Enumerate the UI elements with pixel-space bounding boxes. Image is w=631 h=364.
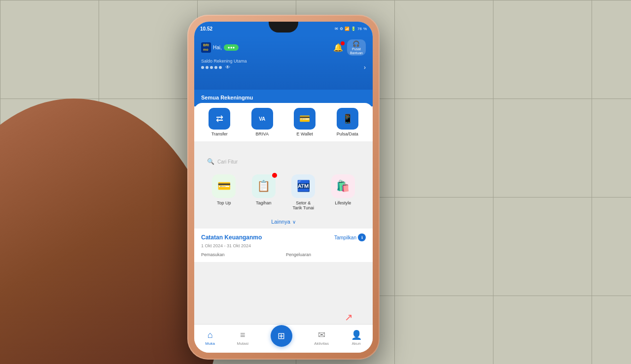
nav-mutasi[interactable]: ≡ Mutasi (237, 330, 248, 346)
ewallet-label: E Wallet (297, 132, 313, 136)
chevron-right-icon[interactable]: › (364, 64, 366, 71)
feature-setor[interactable]: 🏧 Setor &Tarik Tunai (291, 174, 315, 210)
aktivitas-label: Aktivitas (314, 341, 329, 346)
scan-icon: ⊞ (278, 331, 285, 341)
all-accounts-label[interactable]: Semua Rekeningmu (201, 95, 253, 100)
scan-button[interactable]: ⊞ (271, 325, 292, 347)
finance-header: Catatan Keuanganmo Tampilkan ℹ (201, 233, 366, 241)
tampilkan-icon: ℹ (358, 233, 366, 241)
pulsa-icon: 📱 (342, 113, 353, 124)
mutasi-label: Mutasi (237, 341, 248, 346)
action-ewallet[interactable]: 💳 E Wallet (294, 108, 316, 136)
balance-label: Saldo Rekening Utama (201, 59, 366, 64)
battery-symbol: % (363, 27, 367, 31)
nav-home[interactable]: ⌂ Muka (205, 330, 215, 346)
search-placeholder: Cari Fitur (217, 159, 238, 165)
help-label: PusatBantuan (350, 47, 363, 55)
finance-section: Catatan Keuanganmo Tampilkan ℹ 1 Okt 202… (194, 229, 373, 262)
tagihan-icon-wrap: 📋 (252, 174, 276, 198)
battery-percent: 76 (357, 27, 362, 31)
settings-icon: ⚙ (340, 27, 343, 31)
status-time: 10.52 (200, 26, 212, 32)
dot1 (201, 66, 204, 69)
app-header: BRI mo Hai, ●●● 🔔 🎧 PusatBant (194, 35, 373, 90)
nav-aktivitas[interactable]: ✉ Aktivitas (314, 330, 329, 346)
header-right: 🔔 🎧 PusatBantuan (333, 39, 366, 56)
user-badge: ●●● (224, 44, 239, 51)
transfer-icon-box: ⇄ (209, 108, 230, 130)
topup-label: Top Up (217, 200, 231, 205)
finance-row: Pemasukan Pengeluaran (201, 252, 366, 257)
search-bar[interactable]: 🔍 Cari Fitur (201, 154, 366, 169)
tagihan-label: Tagihan (256, 200, 272, 205)
status-icons: ✉ ⚙ 📶 🔋 76 % (335, 27, 367, 31)
home-label: Muka (205, 341, 215, 346)
help-button[interactable]: 🎧 PusatBantuan (347, 39, 366, 56)
eye-icon[interactable]: 👁 (225, 65, 230, 70)
phone-shell: 10.52 ✉ ⚙ 📶 🔋 76 % BRI mo (187, 15, 380, 360)
header-top: BRI mo Hai, ●●● 🔔 🎧 PusatBant (201, 39, 366, 56)
signal-icon: 📶 (345, 27, 350, 31)
ewallet-icon-box: 💳 (294, 108, 316, 130)
tagihan-notif-badge (272, 173, 277, 178)
headset-icon: 🎧 (352, 40, 360, 47)
bri-logo-box: BRI mo (201, 42, 211, 53)
mutasi-icon: ≡ (240, 330, 245, 340)
finance-title-main: Catatan Keuangan (201, 234, 253, 241)
briva-icon-box: VA (251, 108, 273, 130)
finance-pemasukan: Pemasukan (201, 252, 281, 257)
notification-button[interactable]: 🔔 (333, 43, 343, 52)
topup-icon: 💳 (217, 180, 231, 193)
pemasukan-label: Pemasukan (201, 252, 225, 257)
bri-logo: BRI mo Hai, ●●● (201, 42, 239, 53)
akun-label: Akun (352, 341, 361, 346)
lifestyle-icon-wrap: 🛍️ (331, 174, 355, 198)
search-icon: 🔍 (207, 158, 214, 165)
setor-icon: 🏧 (297, 180, 310, 193)
action-transfer[interactable]: ⇄ Transfer (209, 108, 230, 136)
finance-pengeluaran: Pengeluaran (286, 252, 366, 257)
balance-section: Saldo Rekening Utama 👁 (201, 59, 366, 70)
topup-icon-wrap: 💳 (212, 174, 236, 198)
chevron-down-icon: ∨ (292, 219, 296, 225)
transfer-label: Transfer (211, 132, 228, 136)
mo-text: mo (203, 48, 209, 52)
pulsa-label: Pulsa/Data (337, 132, 358, 136)
phone-notch (269, 22, 298, 33)
feature-tagihan[interactable]: 📋 Tagihan (252, 174, 276, 210)
nav-akun[interactable]: 👤 Akun (351, 330, 362, 346)
tampilkan-button[interactable]: Tampilkan ℹ (334, 233, 366, 241)
ewallet-icon: 💳 (299, 113, 310, 124)
nav-scan[interactable]: ⊞ (271, 325, 292, 351)
setor-icon-wrap: 🏧 (291, 174, 315, 198)
lainnya-label: Lainnya (271, 219, 290, 225)
balance-dots: 👁 (201, 65, 366, 70)
briva-label: BRIVA (256, 132, 269, 136)
tampilkan-label: Tampilkan (334, 235, 356, 240)
feature-lifestyle[interactable]: 🛍️ Lifestyle (331, 174, 355, 210)
quick-actions-bar: ⇄ Transfer VA BRIVA 💳 E Wallet (194, 103, 373, 141)
action-pulsa[interactable]: 📱 Pulsa/Data (337, 108, 358, 136)
action-briva[interactable]: VA BRIVA (251, 108, 273, 136)
finance-title-suffix: mo (253, 234, 262, 241)
lainnya-row[interactable]: Lainnya ∨ (194, 219, 373, 225)
home-icon: ⌂ (208, 330, 213, 340)
bottom-navigation: ⌂ Muka ≡ Mutasi ⊞ ✉ Aktivitas 👤 (194, 324, 373, 353)
dot2 (206, 66, 209, 69)
greeting-text: Hai, (213, 45, 222, 50)
feature-topup[interactable]: 💳 Top Up (212, 174, 236, 210)
finance-date: 1 Okt 2024 - 31 Okt 2024 (201, 243, 366, 248)
aktivitas-icon: ✉ (318, 330, 325, 340)
pengeluaran-label: Pengeluaran (286, 252, 311, 257)
finance-title: Catatan Keuanganmo (201, 234, 262, 241)
dot5 (219, 66, 222, 69)
akun-icon: 👤 (351, 330, 362, 340)
battery-icon: 🔋 (351, 27, 356, 31)
setor-label: Setor &Tarik Tunai (292, 200, 314, 210)
tagihan-icon: 📋 (257, 180, 270, 193)
lifestyle-icon: 🛍️ (336, 180, 350, 193)
arrow-up-indicator: ↗ (345, 311, 353, 323)
transfer-icon: ⇄ (216, 113, 223, 124)
dot4 (214, 66, 217, 69)
briva-icon: VA (259, 116, 265, 122)
